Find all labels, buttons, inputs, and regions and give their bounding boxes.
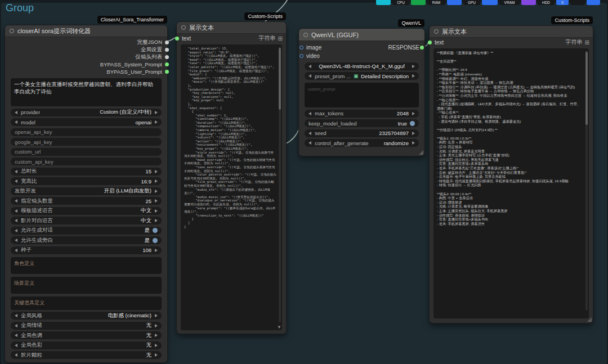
combo-left-arrow-icon[interactable] [15, 209, 17, 213]
node-header[interactable]: closerAI sora提示词转化器 [5, 25, 167, 37]
combo-right-arrow-icon[interactable] [155, 324, 158, 327]
widget-film-grain[interactable]: 胶片颗粒无 [11, 351, 162, 359]
widget-openai-api-key[interactable]: openai_api_key [11, 128, 162, 136]
combo-left-arrow-icon[interactable] [15, 249, 17, 252]
combo-left-arrow-icon[interactable] [15, 334, 17, 337]
widget-dialog-language[interactable]: 影片对白语言中文 [11, 217, 162, 224]
combo-right-arrow-icon[interactable] [155, 344, 158, 347]
combo-left-arrow-icon[interactable] [309, 74, 311, 78]
roles-definition-textarea[interactable]: 角色定义 [11, 257, 162, 274]
node-sora-transformer[interactable]: CloserAI_Sora_Transformer closerAI sora提… [5, 25, 168, 363]
text-input-slot[interactable]: text 字符串⊞ [430, 38, 593, 47]
widget-seed[interactable]: 种子108 [11, 246, 162, 254]
node-qwenvl-gguf[interactable]: QwenVL QwenVL (GGUF) image RESPONSE vide… [298, 28, 425, 156]
combo-left-arrow-icon[interactable] [15, 229, 17, 232]
props-definition-textarea[interactable]: 关键道具定义 [11, 296, 162, 310]
widget-shot-count[interactable]: 指定镜头数量25 [11, 197, 162, 205]
combo-right-arrow-icon[interactable] [412, 74, 415, 78]
toggle-dot-icon[interactable] [153, 228, 158, 233]
combo-right-arrow-icon[interactable] [155, 179, 158, 183]
widget-allow-narration-toggle[interactable]: 允许生成旁白是 [11, 236, 162, 244]
widget-global-mood[interactable]: 全局情绪无 [11, 322, 162, 330]
scroll-down-icon[interactable]: ▼ [277, 325, 281, 330]
combo-right-arrow-icon[interactable] [155, 209, 158, 213]
widget-gguf-model[interactable]: Qwen3VL-4B-Instruct-Q4_K_M.gguf [305, 62, 419, 70]
widget-max-tokens[interactable]: max_tokens2048 [305, 110, 419, 118]
node-show-text-result[interactable]: Custom-Scripts 展示文本 text 字符串⊞ **视频标题:《直播… [429, 25, 593, 323]
widget-aspect-ratio[interactable]: 宽高比16:9 [11, 177, 162, 185]
display-text-content[interactable]: "total_duration": 15, "aspect_ratio": "1… [181, 44, 282, 231]
combo-right-arrow-icon[interactable] [155, 120, 158, 124]
combo-right-arrow-icon[interactable] [412, 112, 415, 115]
widget-global-style[interactable]: 全局风格电影感 (cinematic) [11, 312, 162, 320]
widget-divergence[interactable]: 发散开发开启 (LLM自由发散) [11, 187, 162, 195]
output-bypass-system-prompt[interactable]: BYPASS_System_Prompt [5, 61, 167, 68]
combo-left-arrow-icon[interactable] [309, 112, 311, 115]
widget-template-language[interactable]: 模板描述语言中文 [11, 207, 162, 215]
combo-left-arrow-icon[interactable] [15, 239, 17, 242]
combo-right-arrow-icon[interactable] [412, 141, 415, 145]
widget-model[interactable]: modelopenai [11, 118, 162, 126]
combo-left-arrow-icon[interactable] [309, 141, 311, 145]
widget-google-api-key[interactable]: google_api_key [11, 138, 162, 146]
output-shot-list[interactable]: 仅镜头列表 [5, 53, 167, 61]
combo-left-arrow-icon[interactable] [15, 353, 17, 357]
widget-preset-prompt[interactable]: preset_prom ...▣Detailed Description [305, 72, 419, 80]
output-dot-icon[interactable] [165, 55, 169, 59]
combo-left-arrow-icon[interactable] [15, 199, 17, 203]
combo-left-arrow-icon[interactable] [309, 65, 311, 68]
image-input-slot[interactable]: image RESPONSE [299, 43, 424, 52]
combo-left-arrow-icon[interactable] [15, 111, 17, 114]
combo-right-arrow-icon[interactable] [155, 199, 158, 203]
combo-left-arrow-icon[interactable] [309, 132, 311, 135]
input-dot-icon[interactable] [428, 41, 432, 44]
combo-right-arrow-icon[interactable] [155, 219, 158, 222]
output-global-settings[interactable]: 全局设置 [5, 46, 167, 53]
scrollbar[interactable] [585, 51, 588, 311]
combo-left-arrow-icon[interactable] [15, 344, 17, 347]
prompt-textarea[interactable]: 一个美女主播在直播时候突然穿越回唐朝、遇到李白并帮助李白成为了诗仙 [11, 78, 162, 106]
combo-left-arrow-icon[interactable] [15, 179, 17, 183]
display-text-content[interactable]: **视频标题:《直播穿越·诗仙奇缘》** **全局设置** - **画幅比例**… [433, 48, 589, 228]
scrollbar-thumb[interactable] [279, 48, 281, 110]
combo-right-arrow-icon[interactable] [155, 190, 158, 193]
collapse-dot-icon[interactable] [10, 29, 14, 33]
output-dot-icon[interactable] [420, 46, 424, 50]
widget-provider[interactable]: providerCustom (自定义/中转) [11, 109, 162, 116]
widget-global-color[interactable]: 全局色彩无 [11, 341, 162, 349]
widget-global-tone[interactable]: 全局色调无 [11, 331, 162, 339]
combo-right-arrow-icon[interactable] [412, 132, 415, 135]
scrollbar[interactable] [279, 47, 281, 322]
widget-seed[interactable]: seed2325704897 [305, 129, 419, 137]
node-editor-canvas[interactable]: Group CPU RAM GPU VRAM HDD 0 CloserAI_So… [0, 0, 608, 364]
collapse-dot-icon[interactable] [434, 29, 439, 34]
widget-custom-url[interactable]: custom_url [11, 148, 162, 156]
widget-custom-api-key[interactable]: custom_api_key [11, 158, 162, 165]
node-header[interactable]: 展示文本 [430, 26, 593, 38]
combo-right-arrow-icon[interactable] [155, 249, 158, 252]
resize-handle[interactable] [587, 317, 592, 322]
output-dot-icon[interactable] [165, 48, 169, 52]
combo-right-arrow-icon[interactable] [155, 353, 158, 357]
resize-handle[interactable] [419, 150, 423, 155]
combo-right-arrow-icon[interactable] [155, 170, 158, 173]
output-bypass-user-prompt[interactable]: BYPASS_User_Prompt [5, 68, 167, 75]
combo-right-arrow-icon[interactable] [155, 334, 158, 337]
node-header[interactable]: QwenVL (GGUF) [299, 29, 424, 41]
collapse-dot-icon[interactable] [303, 33, 308, 37]
scrollbar-thumb[interactable] [585, 52, 588, 125]
combo-left-arrow-icon[interactable] [15, 170, 17, 173]
input-dot-icon[interactable] [299, 54, 303, 58]
widget-total-duration[interactable]: 总时长15 [11, 168, 162, 176]
widget-control-after-generate[interactable]: control_after_generaterandomize [305, 139, 419, 147]
combo-right-arrow-icon[interactable] [155, 111, 158, 114]
video-input-slot[interactable]: video [299, 52, 424, 60]
custom-prompt-textarea[interactable]: custom_prompt [305, 83, 419, 107]
group-title[interactable]: Group [6, 2, 34, 14]
combo-left-arrow-icon[interactable] [15, 120, 17, 124]
text-input-slot[interactable]: text 字符串⊞ [177, 34, 286, 43]
node-header[interactable]: 展示文本 [177, 22, 286, 34]
combo-right-arrow-icon[interactable] [155, 314, 158, 317]
combo-left-arrow-icon[interactable] [15, 219, 17, 222]
input-dot-icon[interactable] [299, 46, 303, 50]
